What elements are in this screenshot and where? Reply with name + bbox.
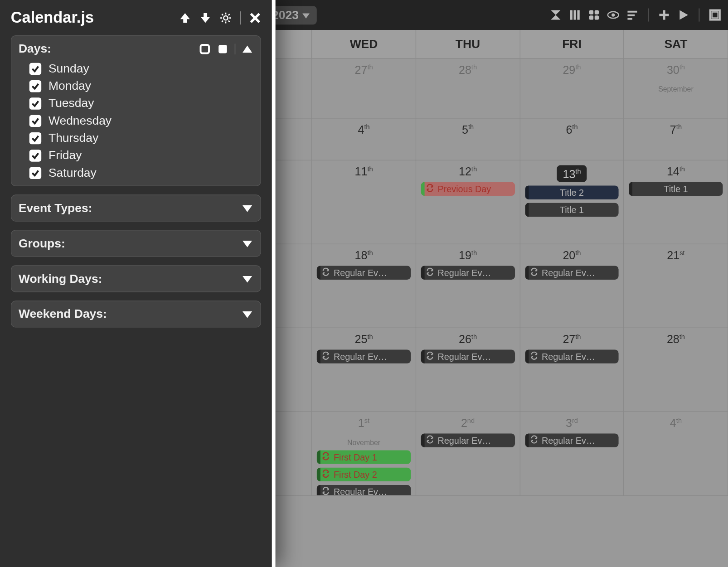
- checkbox-icon[interactable]: [29, 80, 41, 92]
- calendar-cell[interactable]: 1stNovember First Day 1 First Day 2 Regu…: [312, 412, 416, 496]
- columns-icon[interactable]: [569, 9, 581, 21]
- calendar-cell[interactable]: 26th Regular Ev…: [416, 328, 520, 412]
- plus-icon[interactable]: [658, 9, 670, 21]
- calendar-cell[interactable]: 21st: [624, 244, 728, 328]
- calendar-event[interactable]: Regular Ev…: [525, 350, 619, 363]
- day-number: 4th: [317, 123, 411, 136]
- calendar-cell[interactable]: 5th: [416, 119, 520, 160]
- calendar-event[interactable]: Regular Ev…: [421, 266, 514, 280]
- event-color-stripe: [317, 468, 320, 481]
- calendar-event[interactable]: Previous Day: [421, 182, 514, 196]
- calendar-cell[interactable]: 6th: [520, 119, 624, 160]
- calendar-event[interactable]: Regular Ev…: [525, 266, 619, 280]
- calendar-cell[interactable]: 27th: [312, 58, 416, 118]
- gear-icon[interactable]: [220, 12, 232, 24]
- day-number: 21st: [629, 249, 723, 262]
- panel-event-types[interactable]: Event Types:: [11, 194, 261, 221]
- repeat-icon: [322, 268, 330, 278]
- calendar-cell[interactable]: 28th: [416, 58, 520, 118]
- panel-groups[interactable]: Groups:: [11, 230, 261, 257]
- day-checkbox-row[interactable]: Wednesday: [29, 114, 253, 127]
- checkbox-icon[interactable]: [29, 167, 41, 179]
- day-number: 30th: [629, 63, 723, 77]
- svg-point-11: [612, 13, 615, 16]
- svg-marker-20: [180, 13, 190, 22]
- export-down-icon[interactable]: [199, 12, 211, 24]
- expand-down-icon[interactable]: [241, 237, 253, 249]
- svg-rect-9: [595, 15, 599, 19]
- day-number: 19th: [421, 249, 514, 262]
- expand-down-icon[interactable]: [241, 202, 253, 214]
- calendar-cell[interactable]: 20th Regular Ev…: [520, 244, 624, 328]
- calendar-event[interactable]: Title 1: [629, 182, 723, 196]
- calendar-cell[interactable]: 3rd Regular Ev…: [520, 412, 624, 496]
- select-none-icon[interactable]: [199, 43, 211, 54]
- calendar-event[interactable]: Regular Ev…: [525, 434, 619, 447]
- calendar-event[interactable]: Regular Ev…: [317, 350, 411, 363]
- event-title: First Day 1: [334, 452, 377, 462]
- calendar-cell[interactable]: 13th Title 2 Title 1: [520, 160, 624, 244]
- day-number: 27th: [525, 333, 619, 346]
- calendar-cell[interactable]: 14th Title 1: [624, 160, 728, 244]
- event-color-stripe: [629, 182, 632, 196]
- calendar-event[interactable]: First Day 1: [317, 451, 411, 464]
- day-number: 14th: [629, 165, 723, 179]
- calendar-event[interactable]: Title 2: [525, 186, 619, 199]
- checkbox-icon[interactable]: [29, 97, 41, 109]
- calendar-cell[interactable]: 12th Previous Day: [416, 160, 520, 244]
- calendar-cell[interactable]: 11th: [312, 160, 416, 244]
- import-up-icon[interactable]: [179, 12, 191, 24]
- event-color-stripe: [421, 182, 424, 196]
- calendar-cell[interactable]: 28th: [624, 328, 728, 412]
- day-checkbox-row[interactable]: Monday: [29, 79, 253, 92]
- expand-down-icon[interactable]: [241, 308, 253, 320]
- event-title: Regular Ev…: [334, 487, 387, 495]
- calendar-event[interactable]: First Day 2: [317, 468, 411, 481]
- checkbox-icon[interactable]: [29, 150, 41, 161]
- day-checkbox-row[interactable]: Thursday: [29, 131, 253, 145]
- day-checkbox-row[interactable]: Tuesday: [29, 97, 253, 110]
- svg-marker-38: [243, 276, 252, 282]
- calendar-event[interactable]: Regular Ev…: [421, 434, 514, 447]
- eye-icon[interactable]: [607, 9, 619, 21]
- calendar-event[interactable]: Regular Ev…: [317, 266, 411, 280]
- day-checkbox-row[interactable]: Sunday: [29, 62, 253, 75]
- calendar-cell[interactable]: 4th: [312, 119, 416, 160]
- day-checkbox-row[interactable]: Friday: [29, 149, 253, 162]
- day-number: 28th: [629, 333, 723, 346]
- calendar-event[interactable]: Regular Ev…: [317, 485, 411, 495]
- grid-icon[interactable]: [588, 9, 600, 21]
- play-icon[interactable]: [677, 9, 689, 21]
- calendar-cell[interactable]: 7th: [624, 119, 728, 160]
- calendar-event[interactable]: Regular Ev…: [421, 350, 514, 363]
- svg-rect-3: [570, 10, 573, 19]
- collapse-up-icon[interactable]: [241, 43, 253, 54]
- svg-point-22: [223, 15, 228, 19]
- calendar-cell[interactable]: 25th Regular Ev…: [312, 328, 416, 412]
- checkbox-icon[interactable]: [29, 63, 41, 74]
- panel-weekend-days[interactable]: Weekend Days:: [11, 300, 261, 327]
- day-number: 11th: [317, 165, 411, 179]
- calendar-cell[interactable]: 29th: [520, 58, 624, 118]
- panel-working-days[interactable]: Working Days:: [11, 265, 261, 292]
- day-checkbox-row[interactable]: Saturday: [29, 166, 253, 179]
- checkbox-icon[interactable]: [29, 132, 41, 144]
- close-icon[interactable]: [249, 12, 261, 24]
- list-icon[interactable]: [626, 9, 638, 21]
- day-number: 12th: [421, 165, 514, 179]
- calendar-cell[interactable]: 19th Regular Ev…: [416, 244, 520, 328]
- checkbox-icon[interactable]: [29, 115, 41, 126]
- day-number: 1st: [317, 417, 411, 430]
- app-title: Calendar.js: [11, 8, 94, 27]
- calendar-cell[interactable]: 18th Regular Ev…: [312, 244, 416, 328]
- calendar-cell[interactable]: 4th: [624, 412, 728, 496]
- expand-down-icon[interactable]: [241, 273, 253, 285]
- select-all-icon[interactable]: [217, 43, 228, 54]
- calendar-event[interactable]: Title 1: [525, 203, 619, 217]
- calendar-cell[interactable]: 27th Regular Ev…: [520, 328, 624, 412]
- svg-line-30: [228, 14, 230, 15]
- calendar-cell[interactable]: 2nd Regular Ev…: [416, 412, 520, 496]
- fullscreen-icon[interactable]: [709, 9, 721, 21]
- calendar-cell[interactable]: 30thSeptember: [624, 58, 728, 118]
- hourglass-icon[interactable]: [550, 9, 562, 21]
